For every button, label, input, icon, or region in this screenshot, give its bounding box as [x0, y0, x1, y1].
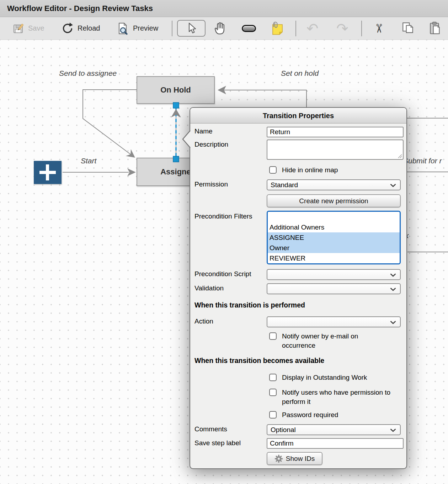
password-required-checkbox[interactable]: [269, 411, 277, 419]
plus-icon: [46, 164, 49, 180]
reload-button[interactable]: Reload: [61, 22, 100, 35]
toolbar-separator: [361, 21, 362, 36]
reload-label: Reload: [78, 24, 100, 32]
preview-button[interactable]: Preview: [117, 22, 158, 35]
toolbar: Save Reload Preview: [0, 17, 448, 40]
comments-label: Comments: [194, 425, 227, 433]
precondition-script-select[interactable]: [267, 269, 401, 280]
save-button[interactable]: Save: [12, 22, 44, 35]
pan-tool-button[interactable]: [213, 21, 228, 36]
list-item-selected[interactable]: Owner: [268, 243, 400, 253]
precondition-filters-label: Precondition Filters: [194, 212, 252, 220]
scissors-icon: ✂: [372, 23, 386, 33]
performed-section-heading: When this transition is performed: [194, 301, 305, 309]
paste-icon: [429, 21, 442, 36]
comments-select[interactable]: Optional: [267, 424, 401, 435]
select-tool-button[interactable]: [177, 20, 206, 37]
window-title: Workflow Editor - Design Review Tasks: [0, 0, 448, 17]
cursor-icon: [186, 22, 197, 35]
notify-owner-label: Notify owner by e-mail on occurrence: [282, 332, 392, 350]
reload-icon: [61, 22, 74, 35]
validation-label: Validation: [194, 284, 224, 292]
gear-icon: [274, 454, 283, 463]
description-field: [267, 140, 404, 160]
action-select[interactable]: [267, 316, 401, 327]
chevron-down-icon: [390, 321, 396, 324]
toolbar-separator: [295, 21, 296, 36]
edge-label-set-on-hold: Set on hold: [281, 69, 319, 78]
hand-icon: [213, 21, 228, 36]
permission-select[interactable]: Standard: [267, 179, 401, 190]
show-ids-label: Show IDs: [286, 455, 315, 463]
precondition-filters-listbox: Additional Owners ASSIGNEE Owner REVIEWE…: [267, 211, 401, 264]
precondition-script-label: Precondition Script: [194, 270, 251, 278]
dialog-callout-notch: [182, 130, 191, 148]
show-ids-button[interactable]: Show IDs: [267, 452, 322, 465]
undo-button[interactable]: ↶: [306, 21, 319, 36]
copy-button[interactable]: [402, 22, 415, 35]
comments-value: Optional: [271, 426, 296, 434]
notify-owner-checkbox[interactable]: [269, 332, 277, 340]
preview-icon: [117, 22, 129, 35]
undo-icon: ↶: [306, 21, 319, 36]
save-step-input[interactable]: [267, 438, 404, 449]
step-node-icon: [242, 25, 256, 32]
permission-label: Permission: [194, 180, 228, 188]
action-label: Action: [194, 317, 213, 325]
validation-select[interactable]: [267, 283, 401, 294]
hide-in-online-map-checkbox[interactable]: [269, 166, 277, 174]
display-outstanding-work-checkbox[interactable]: [269, 374, 277, 381]
list-item[interactable]: Additional Owners: [268, 222, 400, 232]
cut-button[interactable]: ✂: [374, 21, 384, 36]
description-textarea[interactable]: [267, 140, 404, 160]
edge-label-start: Start: [81, 157, 96, 165]
chevron-down-icon: [390, 273, 396, 277]
available-section-heading: When this transition becomes available: [194, 357, 324, 365]
description-label: Description: [194, 141, 228, 148]
redo-icon: ↷: [336, 21, 348, 36]
edge-label-submit-for: Submit for r: [403, 157, 442, 165]
sticky-note-icon: [270, 21, 284, 36]
save-icon: [12, 22, 25, 35]
notify-users-label: Notify users who have permission to perf…: [282, 388, 405, 406]
hide-in-online-map-label: Hide in online map: [282, 165, 338, 175]
dialog-title[interactable]: Transition Properties: [190, 108, 406, 123]
chevron-down-icon: [390, 428, 396, 432]
create-new-permission-label: Create new permission: [299, 197, 368, 205]
node-on-hold-label: On Hold: [160, 85, 191, 95]
toolbar-separator: [172, 21, 172, 36]
add-note-tool-button[interactable]: [270, 21, 284, 36]
password-required-label: Password required: [282, 410, 338, 420]
node-on-hold[interactable]: On Hold: [137, 76, 215, 104]
paste-button[interactable]: [429, 21, 442, 36]
chevron-down-icon: [390, 288, 396, 291]
save-label: Save: [28, 24, 44, 32]
save-step-label: Save step label: [194, 439, 241, 447]
create-new-permission-button[interactable]: Create new permission: [267, 194, 401, 207]
preview-label: Preview: [133, 24, 158, 32]
transition-properties-dialog: Transition Properties Name Description H…: [190, 107, 407, 469]
notify-users-checkbox[interactable]: [269, 389, 277, 396]
permission-value: Standard: [271, 181, 298, 189]
node-assigned-label: Assigne: [160, 167, 191, 177]
display-outstanding-work-label: Display in Outstanding Work: [282, 373, 367, 382]
chevron-down-icon: [390, 184, 396, 187]
name-label: Name: [194, 127, 213, 135]
list-item-selected[interactable]: ASSIGNEE: [268, 232, 400, 243]
copy-icon: [402, 22, 415, 35]
redo-button[interactable]: ↷: [336, 21, 348, 36]
add-step-tool-button[interactable]: [242, 25, 256, 32]
node-start[interactable]: [34, 161, 62, 184]
edge-label-send-to-assignee: Send to assignee: [59, 69, 117, 78]
name-input[interactable]: [267, 127, 404, 137]
list-item[interactable]: [268, 212, 400, 222]
list-item[interactable]: REVIEWER: [268, 253, 400, 263]
